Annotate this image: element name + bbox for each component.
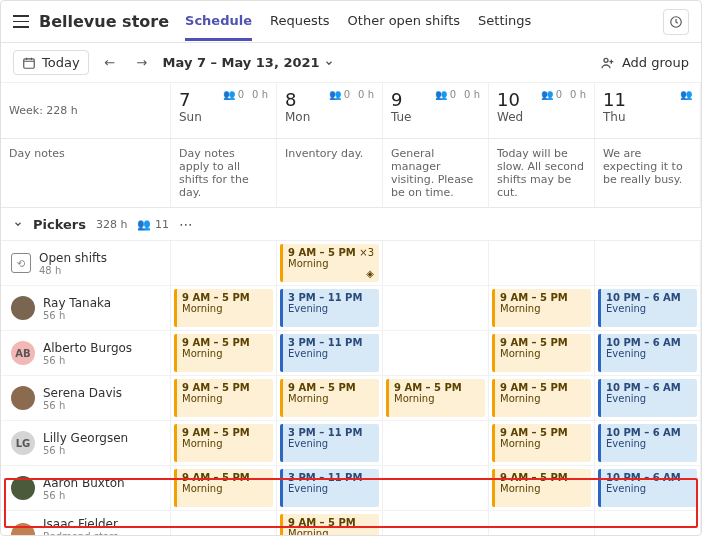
schedule-cell[interactable]: 9 AM – 5 PMMorning×3◈ [277, 241, 383, 286]
schedule-cell[interactable]: 9 AM – 5 PMMorning [277, 376, 383, 421]
member-row[interactable]: Isaac FielderRedmond store8 h [1, 511, 171, 536]
schedule-cell[interactable]: 10 PM – 6 AMEvening [595, 376, 701, 421]
schedule-cell[interactable] [383, 241, 489, 286]
pin-icon: ◈ [366, 268, 374, 279]
schedule-cell[interactable] [383, 331, 489, 376]
member-row[interactable]: ABAlberto Burgos56 h [1, 331, 171, 376]
shift-card[interactable]: 10 PM – 6 AMEvening [598, 289, 697, 327]
tab-other-open-shifts[interactable]: Other open shifts [348, 3, 460, 41]
group-header[interactable]: Pickers328 h👥 11⋯ [1, 208, 701, 241]
shift-card[interactable]: 10 PM – 6 AMEvening [598, 379, 697, 417]
schedule-cell[interactable]: 10 PM – 6 AMEvening [595, 286, 701, 331]
day-note[interactable]: Day notes apply to all shifts for the da… [171, 139, 277, 208]
schedule-cell[interactable]: 3 PM – 11 PMEvening [277, 286, 383, 331]
schedule-cell[interactable]: 10 PM – 6 AMEvening [595, 421, 701, 466]
prev-week-button[interactable]: ← [99, 52, 121, 74]
shift-card[interactable]: 9 AM – 5 PMMorning [492, 469, 591, 507]
member-row[interactable]: LGLilly Georgsen56 h [1, 421, 171, 466]
week-hours-label: Week: 228 h [1, 83, 171, 139]
shift-card[interactable]: 3 PM – 11 PMEvening [280, 334, 379, 372]
schedule-cell[interactable] [595, 241, 701, 286]
add-group-button[interactable]: Add group [600, 55, 689, 71]
day-header[interactable]: 👥 11Thu [595, 83, 701, 139]
shift-card[interactable]: 9 AM – 5 PMMorning [174, 289, 273, 327]
next-week-button[interactable]: → [131, 52, 153, 74]
day-header[interactable]: 👥 00 h9Tue [383, 83, 489, 139]
day-note[interactable]: Inventory day. [277, 139, 383, 208]
schedule-cell[interactable]: 3 PM – 11 PMEvening [277, 466, 383, 511]
schedule-cell[interactable]: 10 PM – 6 AMEvening [595, 466, 701, 511]
chevron-down-icon [324, 58, 334, 68]
schedule-cell[interactable]: 9 AM – 5 PMMorning [171, 466, 277, 511]
shift-card[interactable]: 3 PM – 11 PMEvening [280, 289, 379, 327]
schedule-cell[interactable]: 9 AM – 5 PMMorning [277, 511, 383, 536]
shift-card[interactable]: 9 AM – 5 PMMorning [174, 379, 273, 417]
clock-icon [669, 15, 683, 29]
schedule-cell[interactable] [383, 286, 489, 331]
menu-icon[interactable] [13, 14, 29, 30]
shift-card[interactable]: 3 PM – 11 PMEvening [280, 424, 379, 462]
schedule-cell[interactable]: 9 AM – 5 PMMorning [489, 466, 595, 511]
member-row[interactable]: Serena Davis56 h [1, 376, 171, 421]
schedule-cell[interactable] [171, 241, 277, 286]
shift-card[interactable]: 9 AM – 5 PMMorning [386, 379, 485, 417]
avatar [11, 386, 35, 410]
schedule-cell[interactable] [383, 511, 489, 536]
schedule-cell[interactable]: 9 AM – 5 PMMorning [171, 376, 277, 421]
shift-card[interactable]: 9 AM – 5 PMMorning [492, 424, 591, 462]
schedule-cell[interactable]: 10 PM – 6 AMEvening [595, 331, 701, 376]
day-note[interactable]: We are expecting it to be really busy. [595, 139, 701, 208]
shift-card[interactable]: 10 PM – 6 AMEvening [598, 334, 697, 372]
member-row[interactable]: Aaron Buxton56 h [1, 466, 171, 511]
schedule-cell[interactable] [383, 421, 489, 466]
tab-settings[interactable]: Settings [478, 3, 531, 41]
schedule-cell[interactable]: 9 AM – 5 PMMorning [383, 376, 489, 421]
shift-card[interactable]: 9 AM – 5 PMMorning [492, 334, 591, 372]
day-note[interactable]: Today will be slow. All second shifts ma… [489, 139, 595, 208]
people-icon: 👥 0 [223, 89, 245, 100]
shift-card[interactable]: 9 AM – 5 PMMorning [492, 379, 591, 417]
group-more-button[interactable]: ⋯ [179, 216, 194, 232]
avatar [11, 523, 35, 536]
open-shifts-row[interactable]: ⟲Open shifts48 h [1, 241, 171, 286]
shift-card[interactable]: 10 PM – 6 AMEvening [598, 424, 697, 462]
schedule-cell[interactable] [595, 511, 701, 536]
shift-card[interactable]: 9 AM – 5 PMMorning [174, 334, 273, 372]
avatar [11, 296, 35, 320]
shift-card[interactable]: 9 AM – 5 PMMorning [174, 424, 273, 462]
schedule-cell[interactable]: 9 AM – 5 PMMorning [489, 376, 595, 421]
tab-requests[interactable]: Requests [270, 3, 330, 41]
schedule-cell[interactable]: 3 PM – 11 PMEvening [277, 331, 383, 376]
shift-card[interactable]: 9 AM – 5 PMMorning [280, 379, 379, 417]
shift-card[interactable]: 10 PM – 6 AMEvening [598, 469, 697, 507]
schedule-cell[interactable]: 3 PM – 11 PMEvening [277, 421, 383, 466]
date-range-picker[interactable]: May 7 – May 13, 2021 [163, 55, 334, 70]
people-icon: 👥 [680, 89, 692, 100]
people-add-icon [600, 55, 616, 71]
time-clock-button[interactable] [663, 9, 689, 35]
schedule-cell[interactable] [383, 466, 489, 511]
day-header[interactable]: 👥 00 h8Mon [277, 83, 383, 139]
schedule-cell[interactable]: 9 AM – 5 PMMorning [171, 331, 277, 376]
day-header[interactable]: 👥 00 h7Sun [171, 83, 277, 139]
schedule-cell[interactable]: 9 AM – 5 PMMorning [489, 331, 595, 376]
svg-rect-1 [24, 58, 35, 67]
schedule-cell[interactable]: 9 AM – 5 PMMorning [171, 286, 277, 331]
schedule-cell[interactable]: 9 AM – 5 PMMorning [171, 421, 277, 466]
shift-card[interactable]: 9 AM – 5 PMMorning [174, 469, 273, 507]
schedule-cell[interactable] [489, 241, 595, 286]
today-button[interactable]: Today [13, 50, 89, 75]
day-note[interactable]: General manager visiting. Please be on t… [383, 139, 489, 208]
member-row[interactable]: Ray Tanaka56 h [1, 286, 171, 331]
schedule-cell[interactable]: 9 AM – 5 PMMorning [489, 421, 595, 466]
shift-card[interactable]: 9 AM – 5 PMMorning [492, 289, 591, 327]
chevron-down-icon [13, 219, 23, 229]
shift-card[interactable]: 9 AM – 5 PMMorning [280, 514, 379, 536]
shift-card[interactable]: 9 AM – 5 PMMorning×3◈ [280, 244, 379, 282]
shift-card[interactable]: 3 PM – 11 PMEvening [280, 469, 379, 507]
schedule-cell[interactable] [489, 511, 595, 536]
tab-schedule[interactable]: Schedule [185, 3, 252, 41]
schedule-cell[interactable] [171, 511, 277, 536]
schedule-cell[interactable]: 9 AM – 5 PMMorning [489, 286, 595, 331]
day-header[interactable]: 👥 00 h10Wed [489, 83, 595, 139]
